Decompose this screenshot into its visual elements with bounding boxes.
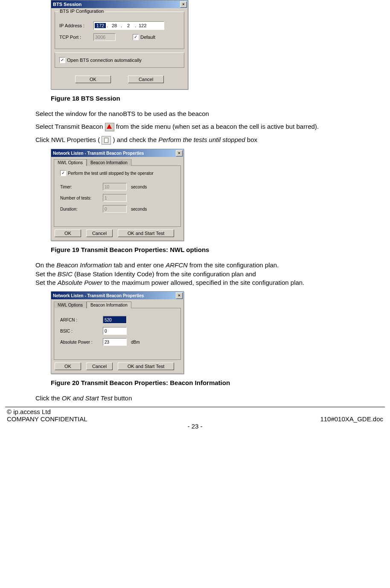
dialog-titlebar: Network Listen - Transmit Beacon Propert… xyxy=(51,292,183,299)
open-connection-label: Open BTS connection automatically xyxy=(67,58,142,63)
checkbox-icon: ✓ xyxy=(59,57,65,63)
beacon-info-dialog: Network Listen - Transmit Beacon Propert… xyxy=(51,291,184,374)
perform-label: Perform the test until stopped by the op… xyxy=(68,171,154,176)
dialog-title: BTS Session xyxy=(53,2,81,7)
footer-rule xyxy=(5,407,385,407)
duration-input: 0 xyxy=(103,205,127,213)
tab-strip: NWL Options Beacon Information xyxy=(51,157,183,165)
timer-label: Timer: xyxy=(60,185,103,189)
tab-beacon-info[interactable]: Beacon Information xyxy=(87,301,131,308)
paragraph: Click the OK and Start Test button xyxy=(35,394,378,403)
paragraph: Click NWL Properties ( ) and check the P… xyxy=(35,136,378,145)
perform-until-stopped-checkbox[interactable]: ✓ Perform the test until stopped by the … xyxy=(60,170,154,176)
tab-body: ARFCN : 520 BSIC : 0 Absolute Power : 23… xyxy=(54,308,181,360)
ok-button[interactable]: OK xyxy=(55,362,81,370)
dialog-titlebar: BTS Session × xyxy=(51,0,188,8)
bsic-label: BSIC : xyxy=(60,329,103,333)
figure-20-caption: Figure 20 Transmit Beacon Properties: Be… xyxy=(51,379,378,386)
dialog-title: Network Listen - Transmit Beacon Propert… xyxy=(53,293,144,298)
checkbox-icon: ✓ xyxy=(133,34,139,40)
ip-octet-3[interactable]: 2 xyxy=(123,23,134,28)
nwl-options-dialog: Network Listen - Transmit Beacon Propert… xyxy=(51,149,184,241)
group-legend: BTS IP Configuration xyxy=(58,9,105,14)
bsic-input[interactable]: 0 xyxy=(103,327,127,335)
duration-unit: seconds xyxy=(131,207,147,211)
ok-button[interactable]: OK xyxy=(75,75,111,83)
paragraph: Select the window for the nanoBTS to be … xyxy=(35,110,378,118)
tcp-port-input: 3006 xyxy=(93,33,116,41)
footer-page-number: - 23 - xyxy=(7,423,383,430)
arfcn-label: ARFCN : xyxy=(60,318,103,322)
nwl-properties-icon xyxy=(102,136,111,145)
ip-octet-4[interactable]: 122 xyxy=(137,23,148,28)
page-footer: © ip.access Ltd COMPANY CONFIDENTIAL 110… xyxy=(0,408,390,434)
number-tests-input: 1 xyxy=(103,194,127,202)
ok-start-test-button[interactable]: OK and Start Test xyxy=(118,362,174,370)
paragraph: Select Transmit Beacon from the side men… xyxy=(35,122,378,131)
tcp-port-label: TCP Port : xyxy=(59,35,93,40)
ip-octet-2[interactable]: 28 xyxy=(109,23,120,28)
bts-session-dialog: BTS Session × BTS IP Configuration IP Ad… xyxy=(51,0,188,90)
paragraph: On the Beacon Information tab and enter … xyxy=(35,261,378,287)
duration-label: Duration: xyxy=(60,207,103,211)
ok-start-test-button[interactable]: OK and Start Test xyxy=(118,229,174,237)
transmit-beacon-icon xyxy=(105,123,114,131)
figure-19-caption: Figure 19 Transmit Beacon Properties: NW… xyxy=(51,246,378,253)
footer-confidential: COMPANY CONFIDENTIAL xyxy=(7,415,87,423)
dialog-titlebar: Network Listen - Transmit Beacon Propert… xyxy=(51,149,183,157)
absolute-power-input[interactable]: 23 xyxy=(103,338,127,346)
default-label: Default xyxy=(140,35,155,40)
cancel-button[interactable]: Cancel xyxy=(128,75,164,83)
ip-octet-1[interactable]: 172 xyxy=(95,23,106,28)
tab-beacon-info[interactable]: Beacon Information xyxy=(87,159,131,166)
close-icon[interactable]: × xyxy=(176,293,183,299)
ip-address-label: IP Address : xyxy=(59,23,93,28)
number-tests-label: Number of tests: xyxy=(60,196,103,200)
close-icon[interactable]: × xyxy=(176,150,183,156)
ip-config-group: BTS IP Configuration IP Address : 172. 2… xyxy=(55,12,184,49)
open-conn-group: ✓ Open BTS connection automatically xyxy=(55,52,184,68)
default-checkbox[interactable]: ✓ Default xyxy=(133,34,155,40)
tab-strip: NWL Options Beacon Information xyxy=(51,299,183,308)
timer-input: 10 xyxy=(103,183,127,191)
ok-button[interactable]: OK xyxy=(55,229,81,237)
close-icon[interactable]: × xyxy=(180,1,187,8)
cancel-button[interactable]: Cancel xyxy=(86,229,113,237)
open-connection-checkbox[interactable]: ✓ Open BTS connection automatically xyxy=(59,57,142,63)
arfcn-input[interactable]: 520 xyxy=(103,316,127,324)
footer-copyright: © ip.access Ltd xyxy=(7,408,383,415)
figure-18-caption: Figure 18 BTS Session xyxy=(51,95,378,102)
tab-body: ✓ Perform the test until stopped by the … xyxy=(54,165,181,227)
footer-docname: 110#010XA_GDE.doc xyxy=(320,415,383,423)
ip-address-input[interactable]: 172. 28. 2. 122 xyxy=(93,21,164,30)
dialog-title: Network Listen - Transmit Beacon Propert… xyxy=(53,151,144,156)
absolute-power-label: Absolute Power : xyxy=(60,340,103,345)
cancel-button[interactable]: Cancel xyxy=(86,362,113,370)
checkbox-icon: ✓ xyxy=(60,170,66,176)
timer-unit: seconds xyxy=(131,185,147,189)
tab-nwl-options[interactable]: NWL Options xyxy=(54,301,87,308)
tab-nwl-options[interactable]: NWL Options xyxy=(54,159,87,166)
absolute-power-unit: dBm xyxy=(131,340,140,345)
